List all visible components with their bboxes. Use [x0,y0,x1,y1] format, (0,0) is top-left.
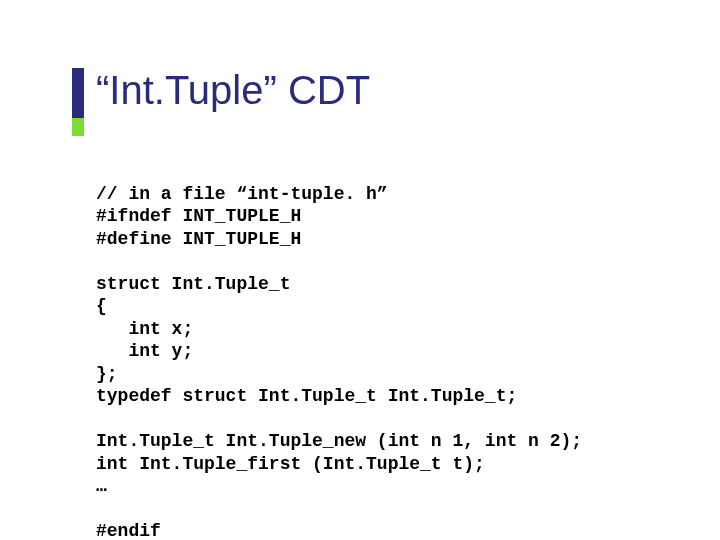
code-line: int Int.Tuple_first (Int.Tuple_t t); [96,454,485,474]
code-line: int y; [96,341,193,361]
slide: “Int.Tuple” CDT // in a file “int-tuple.… [0,0,720,540]
title-accent-bar [72,68,84,118]
code-line: #ifndef INT_TUPLE_H [96,206,301,226]
code-line: … [96,476,107,496]
code-block: // in a file “int-tuple. h” #ifndef INT_… [96,160,582,540]
code-line: int x; [96,319,193,339]
code-line: // in a file “int-tuple. h” [96,184,388,204]
code-line: typedef struct Int.Tuple_t Int.Tuple_t; [96,386,517,406]
code-line: }; [96,364,118,384]
code-line: #endif [96,521,161,540]
code-line: Int.Tuple_t Int.Tuple_new (int n 1, int … [96,431,582,451]
code-line: #define INT_TUPLE_H [96,229,301,249]
slide-title: “Int.Tuple” CDT [96,68,370,113]
code-line: { [96,296,107,316]
code-line: struct Int.Tuple_t [96,274,290,294]
title-accent-bar-green [72,118,84,136]
